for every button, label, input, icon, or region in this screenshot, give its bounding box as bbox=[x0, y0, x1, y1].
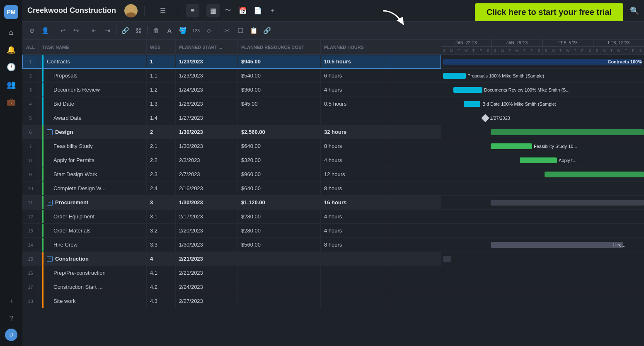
task-start: 2/3/2023 bbox=[176, 153, 238, 167]
table-view-button[interactable]: ▦ bbox=[206, 4, 220, 17]
link-button[interactable]: 🔗 bbox=[119, 24, 131, 37]
row-num: 1 bbox=[22, 55, 39, 68]
add-user-button[interactable]: 👤 bbox=[39, 24, 51, 37]
doc-view-button[interactable]: 📄 bbox=[251, 4, 264, 17]
table-row[interactable]: 18 Site work 4.3 2/27/2023 bbox=[22, 294, 441, 308]
indent-right-button[interactable]: ⇥ bbox=[101, 24, 114, 37]
sidebar-add-button[interactable]: + bbox=[4, 294, 19, 309]
unlink-button[interactable]: ⛓ bbox=[132, 24, 145, 37]
col-header-task[interactable]: TASK NAME bbox=[39, 40, 147, 54]
task-name: Order Materials bbox=[39, 224, 147, 237]
task-cost: $320.00 bbox=[238, 153, 321, 167]
cut-button[interactable]: ✂ bbox=[221, 24, 233, 37]
main-content: Creekwood Construction ☰ ⫿ ≡ ▦ 〜 📅 📄 + C… bbox=[22, 0, 644, 346]
undo-button[interactable]: ↩ bbox=[57, 24, 69, 37]
menu-view-button[interactable]: ≡ bbox=[186, 4, 199, 17]
task-name: − Design bbox=[39, 125, 147, 139]
table-row[interactable]: 1 Contracts 1 1/23/2023 $945.00 10.5 hou… bbox=[22, 55, 441, 69]
task-hours: 32 hours bbox=[321, 125, 391, 139]
task-start: 1/24/2023 bbox=[176, 83, 238, 97]
app-logo[interactable]: PM bbox=[4, 5, 18, 19]
sidebar: PM ⌂ 🔔 🕐 👥 💼 + ? U bbox=[0, 0, 22, 346]
search-button[interactable]: 🔍 bbox=[630, 6, 639, 15]
task-hours: 8 hours bbox=[321, 238, 391, 252]
svg-point-0 bbox=[128, 6, 134, 12]
delete-button[interactable]: 🗑 bbox=[150, 24, 162, 37]
table-row[interactable]: 10 Complete Design W... 2.4 2/16/2023 $6… bbox=[22, 181, 441, 196]
table-row[interactable]: 2 Proposals 1.1 1/23/2023 $540.00 6 hour… bbox=[22, 69, 441, 83]
task-start: 2/21/2023 bbox=[176, 266, 238, 280]
task-wbs: 3.3 bbox=[147, 238, 176, 252]
sidebar-item-notifications[interactable]: 🔔 bbox=[4, 42, 19, 57]
row-num: 12 bbox=[22, 210, 39, 223]
chain-button[interactable]: 🔗 bbox=[261, 24, 273, 37]
calendar-view-button[interactable]: 📅 bbox=[236, 4, 249, 17]
table-header: ALL TASK NAME WBS PLANNED START ... PLAN… bbox=[22, 40, 441, 55]
col-header-start[interactable]: PLANNED START ... bbox=[176, 40, 238, 54]
table-row[interactable]: 15 − Construction 4 2/21/2023 bbox=[22, 252, 441, 266]
user-avatar[interactable]: U bbox=[5, 329, 17, 341]
table-row[interactable]: 3 Documents Review 1.2 1/24/2023 $360.00… bbox=[22, 83, 441, 97]
task-cost bbox=[238, 266, 321, 280]
sidebar-item-team[interactable]: 👥 bbox=[4, 77, 19, 92]
add-view-button[interactable]: + bbox=[266, 4, 279, 17]
collapse-icon[interactable]: − bbox=[47, 129, 53, 135]
redo-button[interactable]: ↪ bbox=[70, 24, 82, 37]
row-num: 5 bbox=[22, 111, 39, 125]
task-wbs: 2.3 bbox=[147, 167, 176, 181]
table-row[interactable]: 17 Construction Start ... 4.2 2/24/2023 bbox=[22, 280, 441, 294]
gantt-row bbox=[441, 210, 644, 224]
table-row[interactable]: 11 − Procurement 3 1/30/2023 $1,120.00 1… bbox=[22, 196, 441, 210]
task-cost bbox=[238, 252, 321, 266]
gantt-bar-label: Contracts 100% bbox=[608, 59, 642, 64]
gantt-row bbox=[441, 294, 644, 308]
chart-view-button[interactable]: ⫿ bbox=[171, 4, 184, 17]
table-row[interactable]: 4 Bid Date 1.3 1/26/2023 $45.00 0.5 hour… bbox=[22, 97, 441, 111]
collapse-icon[interactable]: − bbox=[47, 256, 53, 262]
indent-left-button[interactable]: ⇤ bbox=[88, 24, 100, 37]
shape-button[interactable]: ◇ bbox=[203, 24, 215, 37]
number-button[interactable]: 123 bbox=[190, 24, 202, 37]
table-row[interactable]: 14 Hire Crew 3.3 1/30/2023 $560.00 8 hou… bbox=[22, 238, 441, 252]
col-header-cost[interactable]: PLANNED RESOURCE COST bbox=[238, 40, 321, 54]
paste-button[interactable]: 📋 bbox=[247, 24, 260, 37]
col-header-all[interactable]: ALL bbox=[22, 40, 39, 54]
col-header-hours[interactable]: PLANNED HOURS bbox=[321, 40, 391, 54]
task-name: Documents Review bbox=[39, 83, 147, 97]
sep1 bbox=[144, 6, 145, 16]
col-header-wbs[interactable]: WBS bbox=[147, 40, 176, 54]
top-header: Creekwood Construction ☰ ⫿ ≡ ▦ 〜 📅 📄 + C… bbox=[22, 0, 644, 22]
cta-banner[interactable]: Click here to start your free trial bbox=[475, 3, 623, 21]
table-row[interactable]: 12 Order Equipment 3.1 2/17/2023 $280.00… bbox=[22, 210, 441, 224]
copy-button[interactable]: ❏ bbox=[234, 24, 247, 37]
table-row[interactable]: 16 Prep/Pre-construction 4.1 2/21/2023 bbox=[22, 266, 441, 280]
table-row[interactable]: 6 − Design 2 1/30/2023 $2,560.00 32 hour… bbox=[22, 125, 441, 139]
add-row-button[interactable]: ⊕ bbox=[26, 24, 38, 37]
wave-view-button[interactable]: 〜 bbox=[221, 4, 235, 17]
table-row[interactable]: 8 Apply for Permits 2.2 2/3/2023 $320.00… bbox=[22, 153, 441, 167]
table-row[interactable]: 9 Start Design Work 2.3 2/7/2023 $960.00… bbox=[22, 167, 441, 181]
task-start: 2/24/2023 bbox=[176, 280, 238, 294]
task-hours bbox=[321, 266, 391, 280]
task-wbs: 3.1 bbox=[147, 210, 176, 223]
task-wbs: 4.1 bbox=[147, 266, 176, 280]
font-button[interactable]: A bbox=[163, 24, 176, 37]
table-row[interactable]: 7 Feasibility Study 2.1 1/30/2023 $640.0… bbox=[22, 139, 441, 153]
collapse-icon[interactable]: − bbox=[47, 200, 53, 206]
sidebar-help-button[interactable]: ? bbox=[4, 311, 19, 326]
task-start: 1/30/2023 bbox=[176, 196, 238, 209]
gantt-bar-feasibility bbox=[491, 143, 532, 149]
task-start: 2/27/2023 bbox=[176, 294, 238, 308]
table-row[interactable]: 5 Award Date 1.4 1/27/2023 bbox=[22, 111, 441, 125]
task-wbs: 1 bbox=[147, 55, 176, 68]
sidebar-item-time[interactable]: 🕐 bbox=[4, 60, 19, 75]
row-num: 7 bbox=[22, 139, 39, 153]
sidebar-item-briefcase[interactable]: 💼 bbox=[4, 94, 19, 109]
toolbar-sep1 bbox=[54, 26, 54, 35]
sidebar-item-home[interactable]: ⌂ bbox=[4, 25, 19, 40]
paint-button[interactable]: 🪣 bbox=[177, 24, 189, 37]
table-row[interactable]: 13 Order Materials 3.2 2/20/2023 $280.00… bbox=[22, 224, 441, 238]
list-view-button[interactable]: ☰ bbox=[156, 4, 169, 17]
gantt-bar-procurement bbox=[491, 200, 644, 206]
task-hours: 8 hours bbox=[321, 181, 391, 195]
